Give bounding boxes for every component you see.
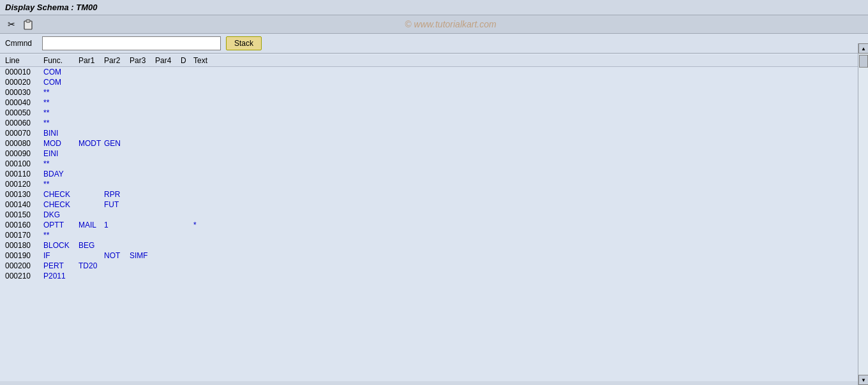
title-text: Display Schema : TM00 [5,3,98,12]
scrollbar-track [858,54,868,375]
scrollbar-up-btn[interactable]: ▲ [858,43,868,54]
table-row[interactable]: 000010COM [0,67,868,77]
watermark: © www.tutorialkart.com [38,19,863,29]
table-row[interactable]: 000070BINI [0,128,868,138]
table-row[interactable]: 000100** [0,159,868,169]
scissors-icon[interactable]: ✂ [5,18,18,31]
table-row[interactable]: 000040** [0,98,868,108]
col-header-text: Text [193,56,863,65]
col-header-par3: Par3 [130,56,155,65]
scrollbar-thumb[interactable] [859,55,868,68]
table-row[interactable]: 000130CHECKRPR [0,189,868,200]
col-header-par4: Par4 [155,56,181,65]
command-bar: Cmmnd Stack [0,34,868,54]
col-header-par1: Par1 [79,56,104,65]
col-header-line: Line [5,56,43,65]
col-header-par2: Par2 [104,56,130,65]
col-header-func: Func. [43,56,79,65]
table-row[interactable]: 000020COM [0,77,868,87]
svg-rect-1 [26,20,30,22]
table-row[interactable]: 000060** [0,118,868,128]
table-row[interactable]: 000090EINI [0,149,868,159]
table-row[interactable]: 000190IFNOTSIMF [0,251,868,261]
scrollbar-down-btn[interactable]: ▼ [858,375,868,385]
main-content: Line Func. Par1 Par2 Par3 Par4 D Text 00… [0,54,868,381]
table-row[interactable]: 000160OPTTMAIL1* [0,220,868,230]
table-row[interactable]: 000170** [0,230,868,240]
toolbar: ✂ © www.tutorialkart.com [0,15,868,34]
table-row[interactable]: 000150DKG [0,210,868,220]
table-row[interactable]: 000080MODMODTGEN [0,138,868,149]
col-header-d: D [181,56,193,65]
table-row[interactable]: 000200PERTTD20 [0,261,868,271]
table-row[interactable]: 000110BDAY [0,169,868,179]
stack-button[interactable]: Stack [226,36,262,50]
column-header: Line Func. Par1 Par2 Par3 Par4 D Text [0,55,868,67]
table-row[interactable]: 000050** [0,108,868,118]
table-row[interactable]: 000140CHECKFUT [0,200,868,210]
clipboard-icon[interactable] [22,18,34,31]
table-row[interactable]: 000180BLOCKBEG [0,240,868,251]
command-input[interactable] [42,36,221,50]
command-label: Cmmnd [5,39,37,48]
table-row[interactable]: 000120** [0,179,868,189]
title-bar: Display Schema : TM00 [0,0,868,15]
table-row[interactable]: 000210P2011 [0,271,868,281]
table-row[interactable]: 000030** [0,87,868,98]
